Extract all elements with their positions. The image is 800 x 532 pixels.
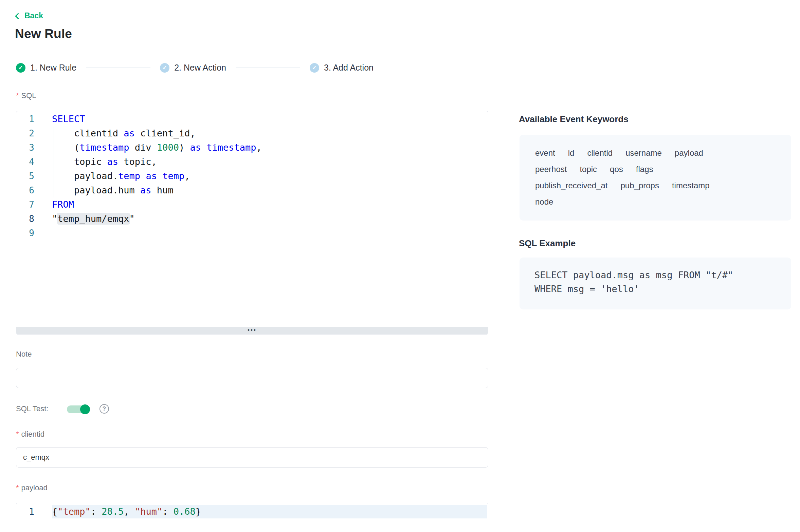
note-field-label: Note: [16, 350, 32, 359]
code-text: topic as topic,: [52, 155, 157, 169]
line-number: 5: [16, 169, 34, 183]
back-button[interactable]: Back: [16, 11, 43, 20]
toggle-knob: [80, 404, 90, 414]
stepper: ✓1. New Rule✓2. New Action✓3. Add Action: [16, 63, 374, 73]
code-text: FROM: [52, 197, 74, 212]
code-line: 9: [16, 226, 488, 240]
keywords-title: Available Event Keywords: [519, 114, 629, 125]
keyword-row: peerhosttopicqosflags: [535, 164, 778, 175]
code-text: clientid as client_id,: [52, 126, 196, 140]
keyword-tag: id: [568, 148, 575, 158]
editor-resize-handle[interactable]: •••: [16, 327, 488, 334]
keyword-tag: node: [535, 196, 553, 207]
code-line: 2 clientid as client_id,: [16, 126, 488, 140]
keyword-tag: publish_received_at: [535, 180, 607, 191]
step-check-icon: ✓: [160, 63, 169, 73]
sql-code-area[interactable]: 1SELECT2 clientid as client_id,3 (timest…: [16, 111, 488, 327]
keyword-tag: event: [535, 148, 555, 158]
payload-code-lines: 1{"temp": 28.5, "hum": 0.68}: [16, 505, 488, 519]
step-connector: [236, 68, 300, 68]
code-line: 1SELECT: [16, 112, 488, 126]
code-line: 6 payload.hum as hum: [16, 183, 488, 197]
page-title: New Rule: [15, 27, 72, 41]
sql-example-line: SELECT payload.msg as msg FROM "t/#": [534, 268, 778, 282]
line-number: 9: [16, 226, 34, 240]
sql-test-toggle[interactable]: [67, 405, 89, 413]
back-chevron-icon: [15, 13, 21, 19]
line-number: 3: [16, 140, 34, 155]
step-label: 1. New Rule: [30, 63, 76, 73]
line-number: 1: [16, 112, 34, 126]
step-item: ✓2. New Action: [160, 63, 226, 73]
keyword-tag: peerhost: [535, 164, 567, 175]
clientid-input[interactable]: [16, 447, 488, 468]
keyword-tag: topic: [580, 164, 597, 175]
step-label: 3. Add Action: [324, 63, 374, 73]
payload-code-area[interactable]: 1{"temp": 28.5, "hum": 0.68}: [16, 503, 488, 532]
help-icon[interactable]: ?: [99, 404, 109, 414]
required-mark: *: [16, 483, 19, 492]
code-text: (timestamp div 1000) as timestamp,: [52, 140, 262, 155]
clientid-field-label: *clientid: [16, 430, 44, 439]
sql-editor[interactable]: 1SELECT2 clientid as client_id,3 (timest…: [16, 111, 488, 335]
code-line: 5 payload.temp as temp,: [16, 169, 488, 183]
line-number: 6: [16, 183, 34, 197]
code-text: "temp_hum/emqx": [52, 212, 135, 226]
keyword-row: eventidclientidusernamepayload: [535, 148, 778, 158]
step-connector: [86, 68, 150, 68]
step-item: ✓1. New Rule: [16, 63, 76, 73]
code-line: 7FROM: [16, 197, 488, 212]
keyword-tag: flags: [636, 164, 653, 175]
keyword-tag: clientid: [587, 148, 613, 158]
keyword-tag: payload: [675, 148, 703, 158]
required-mark: *: [16, 430, 19, 438]
back-label: Back: [24, 11, 43, 20]
code-text: payload.temp as temp,: [52, 169, 190, 183]
keyword-tag: qos: [610, 164, 623, 175]
keyword-tag: timestamp: [672, 180, 710, 191]
step-item: ✓3. Add Action: [310, 63, 374, 73]
code-line: 1{"temp": 28.5, "hum": 0.68}: [16, 505, 488, 519]
new-rule-page: { "page": { "back_label": "Back", "title…: [0, 0, 800, 532]
line-number: 4: [16, 155, 34, 169]
keyword-row: publish_received_atpub_propstimestamp: [535, 180, 778, 191]
code-line: 8"temp_hum/emqx": [16, 212, 488, 226]
note-input[interactable]: [16, 368, 488, 388]
payload-editor[interactable]: 1{"temp": 28.5, "hum": 0.68}: [16, 503, 488, 532]
line-number: 1: [16, 505, 34, 519]
payload-field-label: *payload: [16, 483, 48, 492]
sql-test-label: SQL Test:: [16, 404, 48, 413]
required-mark: *: [16, 91, 19, 100]
keyword-tag: pub_props: [620, 180, 659, 191]
sql-code-lines: 1SELECT2 clientid as client_id,3 (timest…: [16, 112, 488, 240]
keyword-row: node: [535, 196, 778, 207]
code-text: payload.hum as hum: [52, 183, 174, 197]
line-number: 2: [16, 126, 34, 140]
code-text: SELECT: [52, 112, 85, 126]
line-number: 7: [16, 197, 34, 212]
sql-example-title: SQL Example: [519, 238, 576, 249]
code-line: 3 (timestamp div 1000) as timestamp,: [16, 140, 488, 155]
sql-example-line: WHERE msg = 'hello': [534, 282, 778, 296]
code-text: {"temp": 28.5, "hum": 0.68}: [52, 505, 201, 519]
step-label: 2. New Action: [174, 63, 226, 73]
sql-field-label: *SQL: [16, 91, 36, 100]
step-check-icon: ✓: [16, 63, 25, 73]
code-line: 4 topic as topic,: [16, 155, 488, 169]
line-number: 8: [16, 212, 34, 226]
step-check-icon: ✓: [310, 63, 319, 73]
sql-example-card: SELECT payload.msg as msg FROM "t/#"WHER…: [520, 258, 791, 309]
keywords-card: eventidclientidusernamepayloadpeerhostto…: [520, 135, 791, 221]
keyword-tag: username: [625, 148, 662, 158]
